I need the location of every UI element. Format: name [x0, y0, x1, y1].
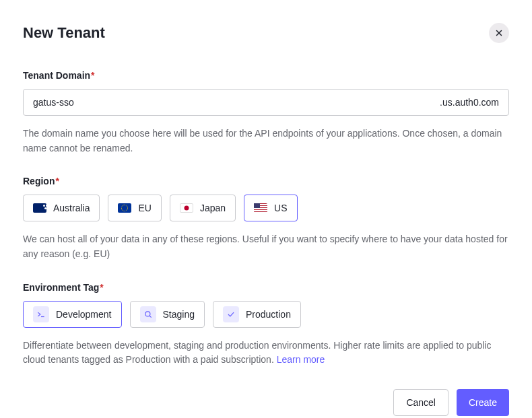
- region-option-us[interactable]: US: [244, 195, 297, 221]
- region-option-japan[interactable]: Japan: [170, 195, 236, 221]
- required-marker: *: [100, 282, 103, 293]
- region-label-text: US: [274, 203, 287, 213]
- tenant-domain-label: Tenant Domain*: [23, 70, 509, 81]
- region-label-text: Japan: [200, 203, 226, 213]
- region-label: Region*: [23, 176, 509, 186]
- close-button[interactable]: [489, 23, 509, 43]
- search-icon: [140, 306, 156, 322]
- svg-line-4: [149, 316, 152, 318]
- tenant-domain-input-wrapper[interactable]: .us.auth0.com: [23, 89, 509, 116]
- region-option-australia[interactable]: Australia: [23, 195, 100, 221]
- env-option-staging[interactable]: Staging: [130, 301, 205, 328]
- close-icon: [494, 28, 504, 38]
- region-label-text: EU: [138, 203, 151, 213]
- domain-suffix: .us.auth0.com: [440, 97, 499, 108]
- env-option-development[interactable]: Development: [23, 301, 122, 328]
- helper-text: Differentiate between development, stagi…: [23, 340, 491, 365]
- environment-tag-helper: Differentiate between development, stagi…: [23, 339, 509, 368]
- flag-eu-icon: [118, 203, 131, 213]
- env-option-production[interactable]: Production: [213, 301, 301, 328]
- terminal-icon: [33, 306, 49, 322]
- svg-point-3: [145, 312, 149, 316]
- region-option-eu[interactable]: EU: [108, 195, 161, 221]
- create-button[interactable]: Create: [457, 389, 509, 416]
- cancel-button[interactable]: Cancel: [393, 389, 448, 416]
- label-text: Tenant Domain: [23, 70, 90, 81]
- tenant-domain-helper: The domain name you choose here will be …: [23, 127, 509, 155]
- env-label-text: Development: [56, 309, 112, 320]
- dialog-footer: Cancel Create: [23, 389, 509, 416]
- environment-tag-field: Environment Tag* Development Staging Pro…: [23, 282, 509, 368]
- flag-us-icon: [254, 203, 267, 213]
- region-field: Region* Australia EU Japan US We can hos…: [23, 176, 509, 261]
- env-label-text: Staging: [163, 309, 195, 320]
- env-label-text: Production: [246, 309, 291, 320]
- learn-more-link[interactable]: Learn more: [277, 354, 325, 365]
- required-marker: *: [91, 70, 94, 81]
- label-text: Region: [23, 176, 55, 186]
- flag-japan-icon: [180, 203, 193, 213]
- region-label-text: Australia: [53, 203, 90, 213]
- tenant-domain-input[interactable]: [33, 97, 440, 108]
- label-text: Environment Tag: [23, 282, 99, 293]
- check-icon: [223, 306, 239, 322]
- flag-australia-icon: [33, 203, 46, 213]
- required-marker: *: [55, 176, 59, 186]
- region-helper: We can host all of your data in any of t…: [23, 232, 509, 261]
- environment-tag-label: Environment Tag*: [23, 282, 509, 293]
- tenant-domain-field: Tenant Domain* .us.auth0.com The domain …: [23, 70, 509, 155]
- page-title: New Tenant: [23, 24, 105, 42]
